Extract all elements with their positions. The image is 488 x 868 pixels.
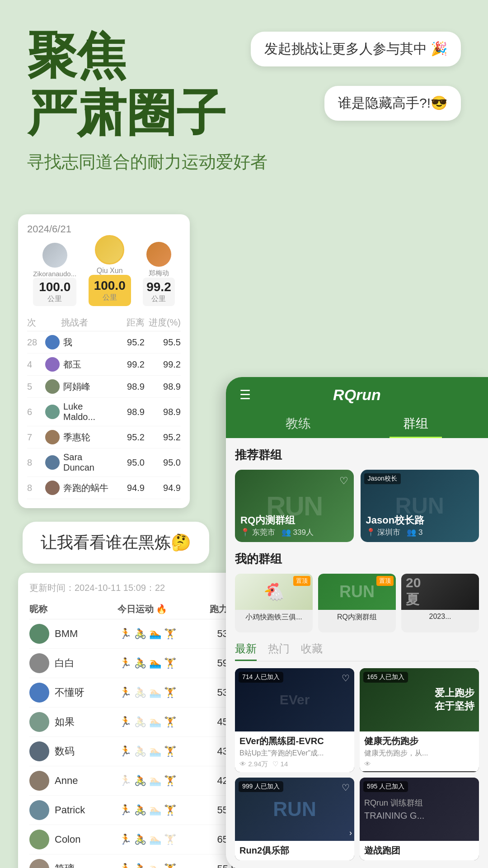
feed-card-healthy[interactable]: 爱上跑步在于坚持 165 人已加入 健康无伤跑步 健康无伤跑步，从... 👁 [360, 668, 479, 772]
chevron-right-icon: › [349, 731, 352, 741]
feed-card-run2[interactable]: RUN ♡ 999 人已加入 › Run2俱乐部 [235, 778, 354, 860]
group-meta-jason: 📍 深圳市 👥 3 [366, 527, 425, 538]
activity-table-header: 昵称 今日运动 🔥 跑力 📈 [29, 599, 242, 619]
activity-avatar [29, 830, 49, 849]
my-groups-title: 我的群组 [235, 551, 479, 567]
heart-icon[interactable]: ♡ [339, 475, 348, 487]
my-group-bg-rq: RUN 置顶 [318, 574, 396, 610]
table-row: 8 奔跑的蜗牛 94.9 94.9 [27, 477, 181, 499]
two-column-section: 2024/6/21 Zikoranaudo... 100.0 公里 [0, 205, 488, 868]
runner-dist-bronze: 99.2 [146, 280, 171, 294]
challenge-table-body: 28 我 95.2 95.5 4 都玉 99.2 99.2 5 阿娟峰 [27, 331, 181, 499]
table-row: 8 Sara Duncan 95.0 95.0 [27, 448, 181, 477]
runner-item-silver: Zikoranaudo... 100.0 公里 [33, 243, 76, 306]
activity-avatar [29, 771, 49, 791]
activity-icons: 🏃 🚴 🏊 🏋️ [100, 628, 196, 640]
runner-name-silver: Zikoranaudo... [33, 270, 76, 278]
group-name-jason: Jason校长路 [366, 514, 425, 527]
runner-avatar-bronze [146, 242, 171, 267]
group-info-jason: Jason校长路 📍 深圳市 👥 3 [366, 514, 425, 538]
activity-row-name: Anne [55, 775, 100, 787]
activity-avatar [29, 859, 49, 868]
group-meta-rq: 📍 东莞市 👥 339人 [240, 527, 314, 538]
app-tabs: 教练 群组 [239, 410, 474, 438]
activity-row[interactable]: 白白 🏃 🚴 🏊 🏋️ 59.1 › [29, 649, 242, 678]
runner-avatar-silver [42, 243, 67, 268]
tab-group[interactable]: 群组 [389, 410, 442, 438]
activity-icons: 🏃 🚴 🏊 🏋️ [100, 745, 196, 757]
table-row: 6 Luke Maldo... 98.9 98.9 [27, 398, 181, 426]
runner-name-bronze: 郑梅动 [143, 269, 175, 278]
group-card-jason[interactable]: RUN Jason校长 Jason校长路 📍 深圳市 👥 3 [361, 470, 479, 542]
runner-dist-silver: 100.0 [37, 280, 73, 294]
my-groups-row: 🐔 置顶 小鸡快跑铁三俱... RUN 置顶 RQ内测群组 [235, 574, 479, 632]
runner-dist-gold: 100.0 [94, 278, 126, 293]
feed-title-run2: Run2俱乐部 [239, 844, 350, 857]
feed-card-info-fight: 遊战跑团 [360, 841, 479, 860]
group-card-rq[interactable]: RUN ♡ RQ内测群组 📍 东莞市 👥 339人 [235, 470, 354, 542]
activity-row-name: 白白 [55, 656, 100, 670]
feed-desc-ever: B站Up主"奔跑的EVer"成... [239, 749, 350, 758]
activity-row[interactable]: 数码 🏃 🚴 🏊 🏋️ 43.9 › [29, 737, 242, 766]
speech-bubble-3: 让我看看谁在黑炼🤔 [23, 522, 209, 564]
tab-coach[interactable]: 教练 [272, 410, 324, 438]
top-runners: Zikoranaudo... 100.0 公里 Qiu Xun 100.0 公里 [27, 242, 181, 306]
pinned-label: 置顶 [293, 576, 310, 586]
feed-cards: EVer 714 人已加入 ♡ › EVer的黑练团-EVRC B站Up主"奔跑… [235, 668, 479, 860]
my-group-bg-chicken: 🐔 置顶 [235, 574, 313, 610]
hero-section: 聚焦 严肃圈子 寻找志同道合的耐力运动爱好者 发起挑战让更多人参与其中 🎉 谁是… [0, 0, 488, 205]
activity-row-name: Patrick [55, 804, 100, 816]
activity-row-name: 简璃 [55, 862, 100, 868]
activity-icons: 🏃 🚴 🏊 🏋️ [100, 775, 196, 787]
join-count-healthy: 165 人已加入 [363, 672, 408, 683]
table-row: 4 都玉 99.2 99.2 [27, 354, 181, 376]
feed-card-fight[interactable]: RQrun 训练群组 TRAINING G... 595 人已加入 遊战跑团 [360, 778, 479, 860]
activity-row[interactable]: Anne 🏃 🚴 🏊 🏋️ 42.2 › [29, 766, 242, 796]
feed-card-ever[interactable]: EVer 714 人已加入 ♡ › EVer的黑练团-EVRC B站Up主"奔跑… [235, 668, 354, 772]
feed-title-fight: 遊战跑团 [364, 844, 474, 857]
my-group-card-chicken[interactable]: 🐔 置顶 小鸡快跑铁三俱... [235, 574, 313, 632]
join-count-fight: 595 人已加入 [363, 781, 408, 792]
speech-bubble-2: 谁是隐藏高手?!😎 [324, 86, 461, 121]
activity-row[interactable]: Colon 🏃 🚴 🏊 🏋️ 65.8 › [29, 825, 242, 854]
activity-update-time: 更新时间：2024-10-11 15:09：22 [29, 582, 242, 594]
activity-row[interactable]: BMM 🏃 🚴 🏊 🏋️ 53.4 › [29, 619, 242, 649]
content-tab-saved[interactable]: 收藏 [301, 642, 323, 661]
my-group-name-rq: RQ内测群组 [318, 610, 396, 625]
group-name-rq: RQ内测群组 [240, 514, 314, 527]
my-group-card-2023[interactable]: 20夏 2023... [401, 574, 479, 632]
feed-stats-ever: 👁 2.94万 ♡ 14 [239, 760, 350, 769]
group-info-rq: RQ内测群组 📍 东莞市 👥 339人 [240, 514, 314, 538]
activity-table-body: BMM 🏃 🚴 🏊 🏋️ 53.4 › 白白 [29, 619, 242, 868]
menu-icon[interactable]: ☰ [239, 387, 251, 402]
pinned-label: 置顶 [376, 576, 394, 586]
my-group-card-rq[interactable]: RUN 置顶 RQ内测群组 [318, 574, 396, 632]
content-tab-hot[interactable]: 热门 [268, 642, 290, 661]
speech-bubble-1: 发起挑战让更多人参与其中 🎉 [251, 32, 461, 66]
activity-row[interactable]: Patrick 🏃 🚴 🏊 🏋️ 55.5 › [29, 796, 242, 825]
runner-name-gold: Qiu Xun [89, 267, 131, 275]
app-phone: ☰ RQrun 教练 群组 推荐群组 RUN ♡ [226, 377, 488, 868]
app-title: RQrun [333, 386, 381, 404]
activity-icons: 🏃 🚴 🏊 🏋️ [100, 834, 196, 845]
heart-icon-run2[interactable]: ♡ [342, 782, 350, 793]
activity-row[interactable]: 简璃 🏃 🚴 🏊 🏋️ 55.8 › [29, 854, 242, 868]
heart-icon-ever[interactable]: ♡ [342, 673, 350, 684]
main-wrapper: 聚焦 严肃圈子 寻找志同道合的耐力运动爱好者 发起挑战让更多人参与其中 🎉 谁是… [0, 0, 488, 868]
activity-row-name: 数码 [55, 745, 100, 758]
app-content: 推荐群组 RUN ♡ RQ内测群组 📍 东莞市 👥 339人 [226, 438, 488, 868]
activity-icons: 🏃 🚴 🏊 🏋️ [100, 863, 196, 868]
table-row: 5 阿娟峰 98.9 98.9 [27, 376, 181, 398]
activity-row[interactable]: 如果 🏃 🚴 🏊 🏋️ 45.6 › [29, 708, 242, 737]
content-tab-latest[interactable]: 最新 [235, 642, 257, 661]
feed-card-info-healthy: 健康无伤跑步 健康无伤跑步，从... 👁 [360, 731, 479, 771]
join-count-run2: 999 人已加入 [239, 781, 283, 792]
runner-item-gold: Qiu Xun 100.0 公里 [89, 235, 131, 306]
activity-avatar [29, 624, 49, 644]
activity-row[interactable]: 不懂呀 🏃 🚴 🏊 🏋️ 53.2 › [29, 678, 242, 708]
challenge-date: 2024/6/21 [27, 223, 181, 235]
runner-avatar-gold [95, 235, 124, 264]
activity-row-name: 不懂呀 [55, 686, 100, 699]
activity-avatar [29, 741, 49, 761]
feed-title-ever: EVer的黑练团-EVRC [239, 735, 350, 747]
